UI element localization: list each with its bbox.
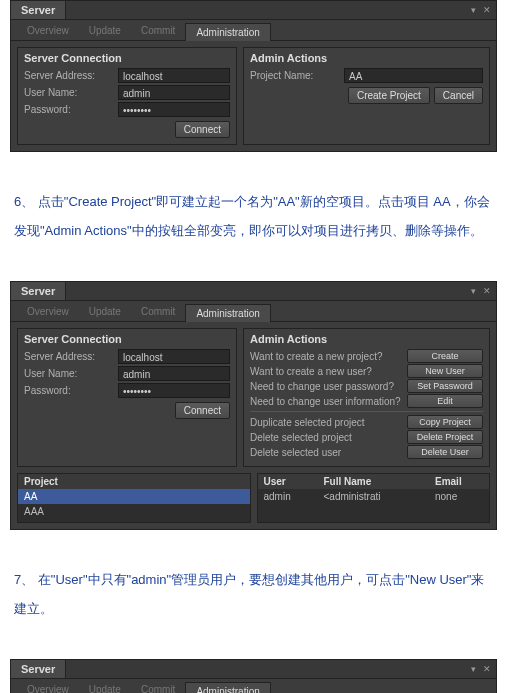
action-label: Delete selected user (250, 447, 403, 458)
password-label: Password: (24, 385, 114, 396)
panel-header: Server ▾ ✕ (11, 282, 496, 301)
action-label: Need to change user information? (250, 396, 403, 407)
panel-body: Server Connection Server Address: localh… (11, 322, 496, 473)
subtab-commit[interactable]: Commit (131, 303, 185, 321)
user-header-fullname: Full Name (318, 474, 430, 489)
project-row-aa[interactable]: AA (18, 489, 250, 504)
connect-button[interactable]: Connect (175, 121, 230, 138)
project-list: Project AA AAA (17, 473, 251, 523)
action-label: Duplicate selected project (250, 417, 403, 428)
user-header-email: Email (429, 474, 489, 489)
server-panel-3: Server ▾ ✕ Overview Update Commit Admini… (10, 659, 497, 693)
subtab-overview[interactable]: Overview (17, 303, 79, 321)
subtab-administration[interactable]: Administration (185, 304, 270, 322)
doc-paragraph-7: 7、 在"User"中只有"admin"管理员用户，要想创建其他用户，可点击"N… (14, 566, 493, 623)
window-title-tab[interactable]: Server (11, 282, 66, 300)
user-name-label: User Name: (24, 87, 114, 98)
server-address-label: Server Address: (24, 351, 114, 362)
project-row-aaa[interactable]: AAA (18, 504, 250, 519)
window-controls: ▾ ✕ (468, 1, 496, 19)
admin-actions-title: Admin Actions (250, 333, 483, 345)
project-header: Project (18, 474, 250, 489)
server-connection-box: Server Connection Server Address: localh… (17, 47, 237, 145)
project-name-label: Project Name: (250, 70, 340, 81)
window-close-icon[interactable]: ✕ (482, 5, 492, 15)
admin-actions-box: Admin Actions Want to create a new proje… (243, 328, 490, 467)
admin-actions-title: Admin Actions (250, 52, 483, 64)
delete-user-button[interactable]: Delete User (407, 445, 483, 459)
action-label: Need to change user password? (250, 381, 403, 392)
user-name-input[interactable]: admin (118, 366, 230, 381)
window-title-tab[interactable]: Server (11, 660, 66, 678)
window-menu-icon[interactable]: ▾ (468, 5, 478, 15)
user-row-admin[interactable]: admin <administrati none (258, 489, 490, 504)
set-password-button[interactable]: Set Password (407, 379, 483, 393)
server-panel-1: Server ▾ ✕ Overview Update Commit Admini… (10, 0, 497, 152)
user-name-input[interactable]: admin (118, 85, 230, 100)
action-label: Want to create a new project? (250, 351, 403, 362)
window-controls: ▾ ✕ (468, 282, 496, 300)
panel-header: Server ▾ ✕ (11, 660, 496, 679)
subtabs: Overview Update Commit Administration (11, 301, 496, 322)
server-address-input[interactable]: localhost (118, 349, 230, 364)
action-label: Want to create a new user? (250, 366, 403, 377)
subtab-commit[interactable]: Commit (131, 22, 185, 40)
server-address-label: Server Address: (24, 70, 114, 81)
action-label: Delete selected project (250, 432, 403, 443)
window-menu-icon[interactable]: ▾ (468, 286, 478, 296)
window-close-icon[interactable]: ✕ (482, 286, 492, 296)
panel-header: Server ▾ ✕ (11, 1, 496, 20)
subtab-overview[interactable]: Overview (17, 681, 79, 693)
subtabs: Overview Update Commit Administration (11, 20, 496, 41)
admin-actions-box: Admin Actions Project Name: AA Create Pr… (243, 47, 490, 145)
connect-button[interactable]: Connect (175, 402, 230, 419)
server-address-input[interactable]: localhost (118, 68, 230, 83)
server-connection-box: Server Connection Server Address: localh… (17, 328, 237, 467)
panel-body: Server Connection Server Address: localh… (11, 41, 496, 151)
subtab-administration[interactable]: Administration (185, 682, 270, 693)
delete-project-button[interactable]: Delete Project (407, 430, 483, 444)
subtab-overview[interactable]: Overview (17, 22, 79, 40)
doc-paragraph-6: 6、 点击"Create Project"即可建立起一个名为"AA"新的空项目。… (14, 188, 493, 245)
window-title-tab[interactable]: Server (11, 1, 66, 19)
server-connection-title: Server Connection (24, 333, 230, 345)
password-label: Password: (24, 104, 114, 115)
user-header-user: User (258, 474, 318, 489)
server-connection-title: Server Connection (24, 52, 230, 64)
subtabs: Overview Update Commit Administration (11, 679, 496, 693)
subtab-administration[interactable]: Administration (185, 23, 270, 41)
create-project-button[interactable]: Create Project (348, 87, 430, 104)
project-name-input[interactable]: AA (344, 68, 483, 83)
password-input[interactable]: •••••••• (118, 383, 230, 398)
window-controls: ▾ ✕ (468, 660, 496, 678)
window-close-icon[interactable]: ✕ (482, 664, 492, 674)
cancel-button[interactable]: Cancel (434, 87, 483, 104)
subtab-commit[interactable]: Commit (131, 681, 185, 693)
new-user-button[interactable]: New User (407, 364, 483, 378)
create-button[interactable]: Create (407, 349, 483, 363)
subtab-update[interactable]: Update (79, 681, 131, 693)
window-menu-icon[interactable]: ▾ (468, 664, 478, 674)
subtab-update[interactable]: Update (79, 22, 131, 40)
subtab-update[interactable]: Update (79, 303, 131, 321)
password-input[interactable]: •••••••• (118, 102, 230, 117)
lists-row: Project AA AAA User Full Name Email admi… (11, 473, 496, 529)
server-panel-2: Server ▾ ✕ Overview Update Commit Admini… (10, 281, 497, 530)
user-list: User Full Name Email admin <administrati… (257, 473, 491, 523)
copy-project-button[interactable]: Copy Project (407, 415, 483, 429)
edit-button[interactable]: Edit (407, 394, 483, 408)
user-name-label: User Name: (24, 368, 114, 379)
